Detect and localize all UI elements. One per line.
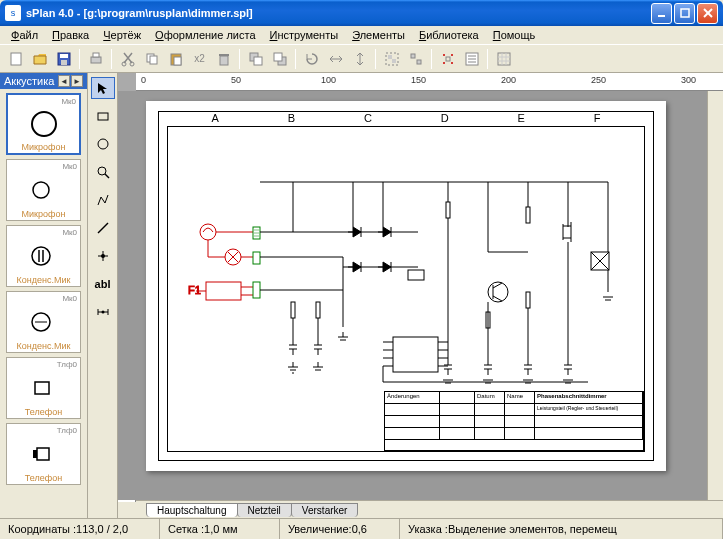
text-tool[interactable]: abI (91, 273, 115, 295)
drawing-tools: abI (88, 73, 118, 518)
canvas[interactable]: A B C D E F (118, 91, 707, 500)
svg-rect-24 (392, 59, 396, 63)
window-title: sPlan 4.0 - [g:\program\rusplan\dimmer.s… (26, 7, 651, 19)
sheet-tabs: Hauptschaltung Netzteil Verstarker (118, 500, 723, 518)
component-palette: Аккустика ◄ ► Мк0 Микрофон Мк0 Микрофон … (0, 73, 88, 518)
front-button[interactable] (244, 48, 267, 70)
telephone-icon (29, 373, 59, 403)
vertical-scrollbar[interactable] (707, 91, 723, 500)
flip-h-button[interactable] (324, 48, 347, 70)
sheet-tab[interactable]: Hauptschaltung (146, 503, 238, 517)
telephone2-icon (29, 439, 59, 469)
menu-drawing[interactable]: Чертёж (96, 27, 148, 43)
svg-rect-111 (291, 302, 295, 318)
maximize-button[interactable] (674, 3, 695, 24)
svg-point-62 (101, 311, 104, 314)
drawing-sheet: A B C D E F (146, 101, 666, 471)
svg-point-58 (101, 254, 105, 258)
svg-rect-1 (681, 9, 689, 17)
palette-prev-button[interactable]: ◄ (58, 75, 70, 87)
svg-point-63 (200, 224, 216, 240)
node-tool[interactable] (91, 245, 115, 267)
palette-category-label: Аккустика (4, 75, 54, 87)
title-block: Änderungen Datum Name Phasenabschnittdim… (384, 391, 644, 451)
polyline-tool[interactable] (91, 189, 115, 211)
zoom-tool[interactable] (91, 161, 115, 183)
titlebar: s sPlan 4.0 - [g:\program\rusplan\dimmer… (0, 0, 723, 26)
cut-button[interactable] (116, 48, 139, 70)
status-grid: Сетка : 1,0 мм (160, 519, 280, 539)
rotate-button[interactable] (300, 48, 323, 70)
new-button[interactable] (4, 48, 27, 70)
menu-elements[interactable]: Элементы (345, 27, 412, 43)
svg-rect-21 (274, 53, 282, 61)
group-button[interactable] (380, 48, 403, 70)
svg-rect-25 (411, 54, 415, 58)
status-zoom: Увеличение: 0,6 (280, 519, 400, 539)
menu-file[interactable]: Файл (4, 27, 45, 43)
capacitor-mic-icon (29, 241, 59, 271)
circle-tool[interactable] (91, 133, 115, 155)
menu-sheet[interactable]: Оформление листа (148, 27, 262, 43)
minimize-button[interactable] (651, 3, 672, 24)
list-button[interactable] (460, 48, 483, 70)
measure-tool[interactable] (91, 301, 115, 323)
open-button[interactable] (28, 48, 51, 70)
palette-item[interactable]: Мк0 Конденс.Мик (6, 291, 81, 353)
svg-rect-78 (253, 282, 260, 298)
svg-rect-7 (61, 60, 67, 65)
window-controls (651, 3, 718, 24)
svg-rect-50 (33, 450, 37, 458)
svg-rect-139 (393, 337, 438, 372)
svg-rect-77 (253, 252, 260, 264)
paste-button[interactable] (164, 48, 187, 70)
svg-rect-89 (526, 207, 530, 223)
back-button[interactable] (268, 48, 291, 70)
duplicate-button[interactable]: x2 (188, 48, 211, 70)
schematic-drawing: F1 (188, 152, 638, 412)
svg-rect-31 (446, 57, 450, 61)
sheet-tab[interactable]: Netzteil (237, 503, 292, 517)
grid-button[interactable] (492, 48, 515, 70)
svg-rect-36 (498, 53, 510, 65)
microphone-small-icon (29, 175, 59, 205)
sheet-tab[interactable]: Verstarker (291, 503, 359, 517)
delete-button[interactable] (212, 48, 235, 70)
svg-rect-4 (11, 53, 21, 65)
line-tool[interactable] (91, 217, 115, 239)
snap-button[interactable] (436, 48, 459, 70)
palette-item[interactable]: Мк0 Микрофон (6, 93, 81, 155)
svg-rect-51 (98, 113, 108, 120)
copy-button[interactable] (140, 48, 163, 70)
palette-next-button[interactable]: ► (71, 75, 83, 87)
svg-rect-23 (388, 55, 392, 59)
svg-rect-9 (93, 53, 99, 57)
svg-line-103 (493, 296, 502, 301)
svg-point-42 (33, 182, 49, 198)
menu-edit[interactable]: Правка (45, 27, 96, 43)
palette-item[interactable]: Мк0 Конденс.Мик (6, 225, 81, 287)
palette-item[interactable]: Мк0 Микрофон (6, 159, 81, 221)
print-button[interactable] (84, 48, 107, 70)
svg-point-43 (32, 247, 50, 265)
statusbar: Координаты : 113,0 / 2,0 Сетка : 1,0 мм … (0, 518, 723, 539)
menu-library[interactable]: Библиотека (412, 27, 486, 43)
menu-tools[interactable]: Инструменты (263, 27, 346, 43)
palette-item[interactable]: Тлф0 Телефон (6, 423, 81, 485)
rect-tool[interactable] (91, 105, 115, 127)
svg-line-54 (105, 174, 109, 178)
save-button[interactable] (52, 48, 75, 70)
svg-point-41 (32, 112, 56, 136)
menu-help[interactable]: Помощь (486, 27, 543, 43)
ungroup-button[interactable] (404, 48, 427, 70)
flip-v-button[interactable] (348, 48, 371, 70)
pointer-tool[interactable] (91, 77, 115, 99)
svg-point-28 (451, 54, 453, 56)
palette-category: Аккустика ◄ ► (0, 73, 87, 89)
svg-rect-15 (174, 57, 181, 65)
close-button[interactable] (697, 3, 718, 24)
palette-item[interactable]: Тлф0 Телефон (6, 357, 81, 419)
capacitor-mic2-icon (29, 307, 59, 337)
svg-point-53 (98, 167, 106, 175)
svg-line-102 (493, 283, 502, 288)
